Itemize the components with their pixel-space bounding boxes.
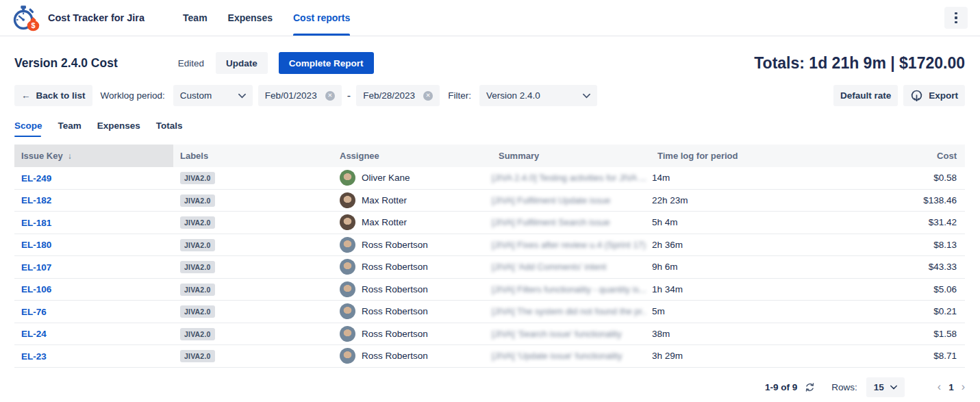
- date-from-input[interactable]: Feb/01/2023 ✕: [258, 85, 342, 106]
- summary-text-blurred: [JIVA] Fixes after review u.4 (Sprint 17…: [492, 240, 646, 250]
- rows-per-page-select[interactable]: 15: [866, 377, 905, 397]
- time-log-cell: 22h 23m: [651, 195, 810, 205]
- summary-text-blurred: [JIVA] 'Update issue' functionality: [492, 351, 646, 361]
- avatar: [340, 192, 355, 208]
- current-page-number: 1: [948, 382, 954, 392]
- label-badge: JIVA2.0: [180, 216, 215, 229]
- tab-team[interactable]: Team: [58, 121, 81, 137]
- worklog-period-value: Custom: [180, 90, 212, 101]
- default-rate-button[interactable]: Default rate: [833, 85, 898, 106]
- time-log-cell: 5m: [651, 306, 810, 316]
- table-header: Issue Key ↓ Labels Assignee Summary Time…: [14, 145, 965, 167]
- export-label: Export: [929, 90, 958, 101]
- rows-per-page-label: Rows:: [831, 382, 857, 392]
- assignee-cell: Max Rotter: [333, 214, 492, 230]
- cost-cell: $138.46: [810, 195, 965, 205]
- default-rate-label: Default rate: [840, 90, 891, 101]
- clear-date-to-icon[interactable]: ✕: [423, 91, 433, 101]
- summary-cell: [JIVA] Fixes after review u.4 (Sprint 17…: [492, 240, 651, 250]
- tab-scope[interactable]: Scope: [14, 121, 42, 137]
- summary-text-blurred: [JIVA] Filters functionality - quantity …: [492, 284, 646, 294]
- sort-desc-icon: ↓: [68, 151, 72, 161]
- labels-cell: JIVA2.0: [173, 216, 333, 229]
- date-to-input[interactable]: Feb/28/2023 ✕: [356, 85, 440, 106]
- top-bar: $ Cost Tracker for Jira Team Expenses Co…: [0, 0, 980, 36]
- issue-key-link[interactable]: EL-24: [21, 329, 47, 339]
- summary-text-blurred: [JIVA 2.4.0] Testing activities for JIVA…: [492, 173, 646, 183]
- assignee-cell: Ross Robertson: [333, 259, 492, 275]
- column-header-issue-key[interactable]: Issue Key ↓: [14, 145, 173, 167]
- version-filter-value: Version 2.4.0: [486, 90, 540, 101]
- issues-table: Issue Key ↓ Labels Assignee Summary Time…: [14, 145, 965, 368]
- avatar: [340, 281, 355, 297]
- complete-report-button[interactable]: Complete Report: [279, 52, 374, 74]
- issue-key-link[interactable]: EL-76: [21, 307, 47, 317]
- nav-tab-cost-reports[interactable]: Cost reports: [293, 0, 350, 36]
- labels-cell: JIVA2.0: [173, 194, 333, 207]
- column-header-assignee[interactable]: Assignee: [333, 151, 492, 161]
- table-row: EL-24 JIVA2.0 Ross Robertson [JIVA] 'Sea…: [14, 323, 965, 346]
- issue-key-link[interactable]: EL-249: [21, 173, 51, 184]
- nav-tab-team[interactable]: Team: [183, 0, 208, 36]
- date-to-value: Feb/28/2023: [363, 90, 415, 101]
- more-menu-button[interactable]: [944, 7, 968, 29]
- tab-totals[interactable]: Totals: [156, 121, 183, 137]
- filter-label: Filter:: [448, 90, 471, 101]
- issue-key-link[interactable]: EL-182: [21, 195, 51, 205]
- cost-cell: $1.58: [810, 329, 965, 339]
- column-header-time-log[interactable]: Time log for period: [651, 151, 810, 161]
- table-row: EL-180 JIVA2.0 Ross Robertson [JIVA] Fix…: [14, 234, 965, 257]
- issue-key-cell: EL-23: [14, 350, 173, 362]
- assignee-name: Ross Robertson: [362, 306, 428, 316]
- back-to-list-button[interactable]: ← Back to list: [14, 85, 92, 106]
- assignee-name: Ross Robertson: [362, 240, 428, 250]
- tab-expenses[interactable]: Expenses: [97, 121, 140, 137]
- labels-cell: JIVA2.0: [173, 238, 333, 251]
- worklog-period-select[interactable]: Custom: [173, 85, 253, 106]
- version-filter-select[interactable]: Version 2.4.0: [479, 85, 597, 106]
- assignee-cell: Max Rotter: [333, 192, 492, 208]
- clear-date-from-icon[interactable]: ✕: [325, 91, 335, 101]
- label-badge: JIVA2.0: [180, 261, 215, 273]
- issue-key-cell: EL-76: [14, 305, 173, 318]
- issue-key-link[interactable]: EL-106: [21, 284, 51, 294]
- time-log-cell: 1h 34m: [651, 284, 810, 294]
- issue-key-link[interactable]: EL-23: [21, 351, 47, 362]
- summary-cell: [JIVA] Fulfilment Search issue: [492, 217, 651, 227]
- svg-text:$: $: [31, 21, 35, 29]
- label-badge: JIVA2.0: [180, 284, 215, 296]
- refresh-icon[interactable]: [805, 382, 815, 392]
- assignee-cell: Ross Robertson: [333, 281, 492, 297]
- export-button[interactable]: Export: [903, 85, 965, 106]
- filter-row: ← Back to list Worklog period: Custom Fe…: [14, 85, 965, 106]
- page-title: Version 2.4.0 Cost: [14, 56, 118, 71]
- previous-page-button[interactable]: ‹: [938, 381, 941, 392]
- issue-key-link[interactable]: EL-180: [21, 240, 51, 250]
- issue-key-link[interactable]: EL-181: [21, 218, 51, 228]
- main-content: Version 2.4.0 Cost Edited Update Complet…: [0, 51, 980, 397]
- top-nav: Team Expenses Cost reports: [183, 0, 350, 36]
- app-brand: $ Cost Tracker for Jira: [11, 3, 145, 32]
- worklog-period-label: Worklog period:: [101, 90, 165, 101]
- cost-cell: $0.58: [810, 173, 965, 183]
- table-row: EL-76 JIVA2.0 Ross Robertson [JIVA] The …: [14, 301, 965, 323]
- update-button[interactable]: Update: [216, 52, 268, 74]
- table-row: EL-107 JIVA2.0 Ross Robertson [JIVA] 'Ad…: [14, 256, 965, 279]
- issue-key-cell: EL-249: [14, 172, 173, 184]
- summary-cell: [JIVA] 'Search issue' functionality: [492, 329, 651, 339]
- label-badge: JIVA2.0: [180, 350, 215, 362]
- issue-key-link[interactable]: EL-107: [21, 262, 51, 273]
- edited-status: Edited: [178, 58, 204, 68]
- next-page-button[interactable]: ›: [962, 381, 965, 392]
- column-header-labels[interactable]: Labels: [173, 151, 333, 161]
- pagination: ‹ 1 ›: [938, 381, 965, 392]
- table-body: EL-249 JIVA2.0 Oliver Kane [JIVA 2.4.0] …: [14, 167, 965, 368]
- column-header-summary[interactable]: Summary: [492, 151, 651, 161]
- title-row: Version 2.4.0 Cost Edited Update Complet…: [14, 51, 965, 75]
- column-header-cost[interactable]: Cost: [810, 151, 965, 161]
- date-from-value: Feb/01/2023: [265, 90, 317, 101]
- time-log-cell: 9h 6m: [651, 262, 810, 272]
- avatar: [340, 237, 355, 253]
- nav-tab-expenses[interactable]: Expenses: [228, 0, 273, 36]
- cost-cell: $8.13: [810, 240, 965, 250]
